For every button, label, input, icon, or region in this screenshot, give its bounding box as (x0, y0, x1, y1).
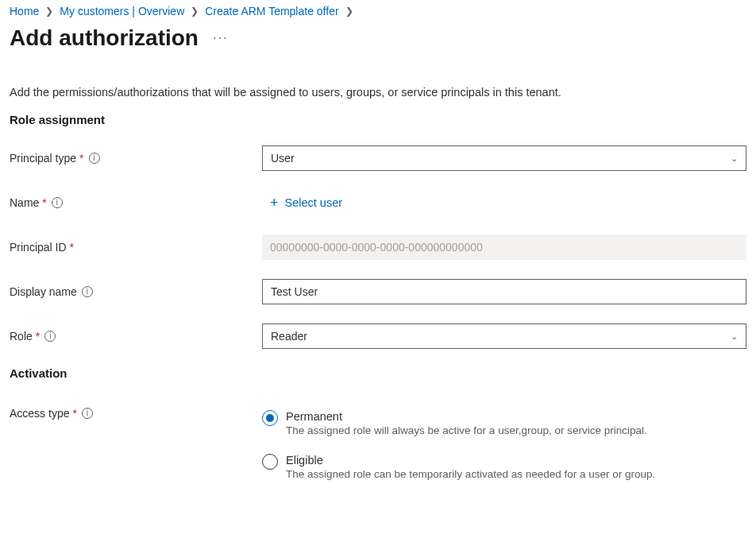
required-indicator: * (79, 152, 83, 165)
required-indicator: * (70, 241, 74, 254)
radio-option-permanent[interactable]: Permanent The assigned role will always … (262, 410, 746, 436)
link-text: Select user (285, 196, 343, 209)
plus-icon: + (270, 196, 279, 210)
required-indicator: * (72, 407, 76, 420)
chevron-down-icon: ⌄ (731, 153, 738, 164)
label-text: Access type (10, 407, 69, 420)
info-icon[interactable]: i (82, 408, 93, 419)
option-label: Permanent (286, 410, 647, 423)
label-text: Name (10, 196, 39, 209)
chevron-right-icon: ❯ (345, 6, 353, 17)
label-access-type: Access type * i (10, 407, 262, 420)
page-intro: Add the permissions/authorizations that … (10, 86, 746, 99)
breadcrumb-item-home[interactable]: Home (10, 5, 39, 17)
display-name-input[interactable] (262, 279, 746, 304)
breadcrumb: Home ❯ My customers | Overview ❯ Create … (10, 0, 746, 22)
radio-option-eligible[interactable]: Eligible The assigned role can be tempor… (262, 454, 746, 480)
more-actions-button[interactable]: ··· (213, 31, 228, 45)
row-display-name: Display name i (10, 276, 746, 308)
info-icon[interactable]: i (52, 197, 63, 208)
radio-text: Eligible The assigned role can be tempor… (286, 454, 655, 480)
required-indicator: * (36, 330, 40, 343)
label-text: Role (10, 330, 33, 343)
row-role: Role * i Reader ⌄ (10, 320, 746, 352)
select-user-link[interactable]: + Select user (262, 196, 342, 210)
label-principal-type: Principal type * i (10, 152, 262, 165)
info-icon[interactable]: i (44, 331, 56, 342)
label-display-name: Display name i (10, 285, 262, 298)
role-select[interactable]: Reader ⌄ (262, 323, 746, 349)
breadcrumb-item-customers[interactable]: My customers | Overview (60, 5, 184, 17)
chevron-right-icon: ❯ (45, 6, 53, 17)
option-description: The assigned role will always be active … (286, 424, 647, 436)
access-type-radio-group: Permanent The assigned role will always … (262, 407, 746, 480)
row-principal-type: Principal type * i User ⌄ (10, 142, 746, 174)
section-heading-role-assignment: Role assignment (10, 113, 746, 126)
label-role: Role * i (10, 330, 262, 343)
radio-icon (262, 454, 278, 470)
select-value: Reader (271, 330, 307, 343)
label-text: Principal type (10, 152, 76, 165)
row-principal-id: Principal ID * 00000000-0000-0000-0000-0… (10, 231, 746, 263)
info-icon[interactable]: i (89, 153, 100, 164)
principal-id-field: 00000000-0000-0000-0000-000000000000 (262, 234, 746, 260)
principal-type-select[interactable]: User ⌄ (262, 145, 746, 171)
section-heading-activation: Activation (10, 366, 746, 380)
label-principal-id: Principal ID * (10, 241, 262, 254)
required-indicator: * (42, 196, 46, 209)
radio-icon (262, 410, 278, 426)
option-label: Eligible (286, 454, 655, 467)
breadcrumb-item-create-offer[interactable]: Create ARM Template offer (205, 5, 338, 17)
page-title: Add authorization (10, 25, 199, 51)
label-name: Name * i (10, 196, 262, 209)
label-text: Display name (10, 285, 77, 298)
label-text: Principal ID (10, 241, 67, 254)
select-value: User (271, 152, 295, 165)
row-name: Name * i + Select user (10, 187, 746, 219)
row-access-type: Access type * i Permanent The assigned r… (10, 407, 746, 480)
info-icon[interactable]: i (82, 286, 93, 297)
chevron-right-icon: ❯ (191, 6, 199, 17)
placeholder-text: 00000000-0000-0000-0000-000000000000 (270, 241, 483, 254)
chevron-down-icon: ⌄ (731, 331, 738, 342)
radio-text: Permanent The assigned role will always … (286, 410, 647, 436)
option-description: The assigned role can be temporarily act… (286, 468, 655, 480)
page-title-row: Add authorization ··· (10, 25, 746, 51)
